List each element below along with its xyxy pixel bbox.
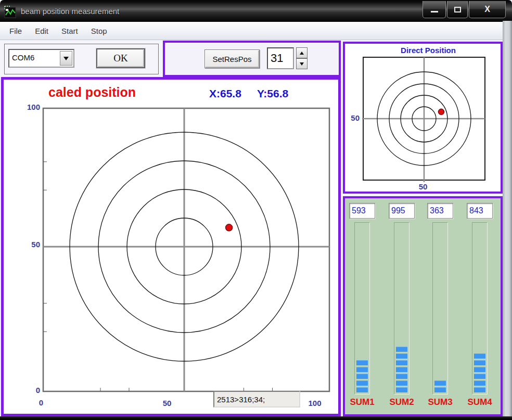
meter-segment — [356, 360, 368, 365]
menu-start[interactable]: Start — [61, 27, 78, 35]
meter-segment — [396, 367, 407, 372]
sum2-meter — [394, 222, 409, 394]
menu-stop[interactable]: Stop — [91, 27, 107, 35]
menu-bar: File Edit Start Stop — [0, 22, 503, 40]
respos-panel: SetResPos 31 — [163, 41, 341, 77]
y-value-readout: Y:56.8 — [257, 87, 288, 100]
meter-segment — [396, 347, 407, 352]
direct-position-panel: Direct Position 50 50 — [343, 42, 503, 194]
direct-x-tick-50: 50 — [415, 182, 431, 191]
ok-button[interactable]: OK — [96, 48, 145, 68]
minimize-icon — [431, 11, 438, 12]
app-icon — [4, 6, 17, 18]
y-axis-tick-100: 100 — [19, 103, 40, 111]
setrespos-button[interactable]: SetResPos — [204, 49, 260, 68]
meter-segment — [396, 353, 407, 359]
spinner-down-button[interactable] — [296, 58, 308, 69]
respos-spinner — [296, 47, 308, 69]
x-axis-tick-0: 0 — [36, 398, 46, 407]
meter-segment — [434, 380, 446, 386]
sum3-value-field[interactable]: 363 — [427, 203, 453, 219]
serial-message-field[interactable]: 2513>316;34; — [213, 391, 300, 408]
meter-segment — [474, 387, 485, 392]
sum4-value-field[interactable]: 843 — [467, 203, 493, 219]
com-port-dropdown-button[interactable] — [60, 51, 72, 66]
direct-y-tick-50: 50 — [346, 113, 360, 122]
sum1-value-field[interactable]: 593 — [349, 203, 375, 219]
sum2-value-field[interactable]: 995 — [389, 203, 415, 219]
meter-segment — [474, 374, 485, 379]
window-controls: X — [423, 1, 506, 18]
sum4-label: SUM4 — [464, 397, 495, 408]
x-axis-tick-50: 50 — [158, 399, 176, 408]
minimize-button[interactable] — [423, 1, 446, 18]
maximize-button[interactable] — [447, 1, 468, 18]
caled-plot-title: caled position — [48, 85, 136, 100]
direct-dot — [439, 109, 444, 114]
xy-readout: X:65.8 Y:56.8 — [209, 87, 288, 100]
app-window: beam position measurement X File Edit St… — [0, 0, 512, 420]
x-value-readout: X:65.8 — [209, 87, 241, 100]
direct-plot-canvas — [362, 56, 487, 182]
meter-segment — [474, 367, 485, 372]
meter-segment — [396, 387, 407, 392]
caled-plot-canvas — [42, 107, 334, 399]
setrespos-button-label: SetResPos — [212, 55, 251, 63]
meter-segment — [356, 387, 368, 392]
arrow-down-icon — [300, 62, 304, 66]
menu-file[interactable]: File — [9, 27, 22, 35]
window-bottom-frame — [0, 416, 512, 420]
ok-button-label: OK — [113, 53, 127, 64]
sum-meters-panel: 593 995 363 843 SUM1 SUM2 SUM3 SUM4 — [343, 196, 503, 416]
meter-segment — [356, 374, 368, 379]
sum1-meter — [354, 222, 370, 394]
meter-segment — [356, 380, 368, 386]
respos-value-field[interactable]: 31 — [267, 47, 294, 69]
meter-segment — [474, 360, 485, 365]
spinner-up-button[interactable] — [296, 47, 308, 58]
meter-segment — [474, 380, 485, 386]
meter-segment — [356, 367, 368, 372]
direct-plot-title: Direct Position — [389, 46, 467, 55]
chevron-down-icon — [63, 57, 69, 60]
sum1-label: SUM1 — [347, 397, 378, 408]
sum4-meter — [472, 222, 488, 394]
title-bar: beam position measurement X — [0, 0, 512, 22]
sum3-meter — [432, 222, 448, 394]
close-icon: X — [484, 5, 490, 14]
com-port-value: COM6 — [12, 53, 34, 62]
com-port-select[interactable]: COM6 — [8, 49, 74, 68]
maximize-icon — [454, 7, 461, 12]
sum3-label: SUM3 — [425, 397, 456, 408]
com-port-group: COM6 OK — [4, 44, 159, 74]
arrow-up-icon — [300, 52, 304, 55]
meter-segment — [396, 380, 407, 386]
menu-edit[interactable]: Edit — [35, 27, 48, 35]
meter-segment — [474, 353, 485, 359]
sum2-label: SUM2 — [386, 397, 417, 408]
meter-segment — [396, 374, 407, 379]
y-axis-tick-0: 0 — [31, 386, 40, 394]
window-title: beam position measurement — [21, 0, 119, 22]
caled-position-panel: caled position X:65.8 Y:56.8 100 — [1, 77, 341, 416]
meter-segment — [396, 360, 407, 365]
close-button[interactable]: X — [469, 1, 506, 18]
x-axis-tick-100: 100 — [303, 399, 326, 408]
y-axis-tick-50: 50 — [23, 240, 40, 249]
caled-dot — [226, 224, 233, 231]
meter-segment — [434, 387, 446, 392]
window-right-frame — [503, 21, 512, 420]
